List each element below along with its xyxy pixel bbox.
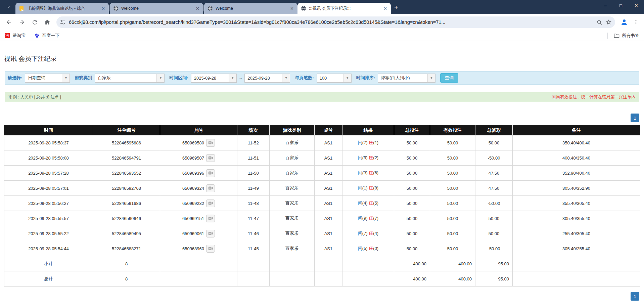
cell-total-bet[interactable]: 50.00 (394, 181, 430, 196)
close-window-button[interactable]: ✕ (629, 0, 644, 11)
cell-payout: 50.00 (475, 135, 513, 150)
cell-round-id: 650969324 (160, 181, 237, 196)
back-button[interactable] (3, 16, 15, 28)
cell-round-id: 650969151 (160, 211, 237, 226)
forward-button[interactable] (16, 16, 28, 28)
cell-valid-bet: 50.00 (430, 150, 475, 166)
cell-total-bet[interactable]: 50.00 (394, 135, 430, 150)
browser-tab-3[interactable]: Welcome ✕ (204, 3, 297, 14)
column-header: 场次 (237, 125, 270, 135)
search-button[interactable]: 查询 (440, 73, 458, 83)
pagination-page-1-top[interactable]: 1 (631, 114, 639, 122)
tab-search-button[interactable] (4, 2, 13, 12)
table-row: 2025-09-28 05:58:37522846595686650969580… (4, 135, 640, 150)
chevron-down-icon: ▼ (229, 74, 236, 82)
browser-tab-active[interactable]: :::视讯 会员下注纪录::: ✕ (297, 3, 391, 14)
cell-total-bet[interactable]: 50.00 (394, 226, 430, 241)
tab-close-icon[interactable]: ✕ (382, 6, 388, 11)
bet-records-table: 时间注单编号局号场次游戏类别桌号结果总投注有效投注总派彩备注 2025-09-2… (4, 125, 640, 287)
query-type-dropdown[interactable]: 日期查询 ▼ (25, 74, 70, 83)
video-replay-button[interactable] (206, 230, 215, 237)
video-replay-button[interactable] (206, 200, 215, 207)
pagination-page-1-bottom[interactable]: 1 (631, 292, 639, 301)
result-player: 闲 (358, 185, 362, 190)
per-page-dropdown[interactable]: 100 ▼ (317, 74, 352, 83)
browser-tab-1[interactable]: 【新提醒】海燕策略论坛 - 综合 ✕ (15, 3, 109, 14)
bookmark-aitaobao[interactable]: 淘 爱淘宝 (5, 33, 26, 39)
cell-valid-bet: 50.00 (430, 135, 475, 150)
table-row: 2025-09-28 05:55:22522846589495650969061… (4, 226, 640, 241)
game-type-dropdown[interactable]: 百家乐 ▼ (95, 74, 165, 83)
cell-total-bet[interactable]: 50.00 (394, 150, 430, 166)
bookmark-baidu[interactable]: 百度一下 (34, 33, 59, 39)
maximize-button[interactable]: □ (613, 0, 629, 11)
cell-remark: 400.40/350.40 (513, 150, 640, 166)
round-id-text: 650969232 (182, 201, 204, 206)
profile-avatar[interactable] (618, 16, 630, 28)
column-header: 注单编号 (93, 125, 160, 135)
tab-title: :::视讯 会员下注纪录::: (309, 6, 380, 11)
result-banker: 庄 (369, 246, 373, 251)
chevron-down-icon: ▼ (282, 74, 290, 82)
cell-time: 2025-09-28 05:54:44 (4, 241, 93, 256)
cell-round-id: 650968960 (160, 241, 237, 256)
browser-tab-2[interactable]: Welcome ✕ (110, 3, 203, 14)
cell-result: 闲(7) 庄(1) (342, 135, 394, 150)
minimize-button[interactable]: – (598, 0, 613, 11)
tab-title: Welcome (216, 6, 286, 11)
cell-valid-bet: 50.00 (430, 226, 475, 241)
tab-close-icon[interactable]: ✕ (100, 6, 106, 11)
video-replay-button[interactable] (206, 245, 215, 253)
video-replay-icon (208, 231, 213, 235)
cell-payout: -50.00 (475, 150, 513, 166)
home-button[interactable] (42, 16, 53, 28)
tab-close-icon[interactable]: ✕ (289, 6, 295, 11)
zoom-icon[interactable] (597, 19, 602, 25)
bookmarks-divider (607, 33, 608, 39)
footer-label: 总计 (4, 271, 93, 287)
per-page-label: 每页笔数: (295, 75, 314, 81)
video-replay-button[interactable] (206, 154, 215, 162)
date-from-dropdown[interactable]: 2025-09-28 ▼ (191, 74, 237, 83)
cell-total-bet[interactable]: 50.00 (394, 196, 430, 211)
video-replay-button[interactable] (206, 215, 215, 222)
new-tab-button[interactable]: + (394, 4, 398, 11)
tab-title: Welcome (121, 6, 192, 11)
forward-arrow-icon (18, 19, 25, 26)
cell-time: 2025-09-28 05:58:08 (4, 150, 93, 166)
browser-menu-button[interactable] (631, 17, 641, 27)
all-bookmarks-button[interactable]: 所有书签 (614, 33, 639, 39)
round-id-text: 650969396 (182, 171, 204, 176)
cell-remark: 255.40/305.40 (513, 226, 640, 241)
tab-close-icon[interactable]: ✕ (195, 6, 200, 11)
cell-payout: 47.50 (475, 181, 513, 196)
cell-table-no: AS1 (315, 150, 342, 166)
sort-dropdown[interactable]: 降幂(由大到小) ▼ (378, 74, 435, 83)
cell-total-bet[interactable]: 50.00 (394, 241, 430, 256)
reload-icon (32, 19, 38, 26)
video-replay-button[interactable] (206, 169, 215, 177)
cell-game-type: 百家乐 (270, 150, 315, 166)
person-icon (620, 18, 628, 26)
summary-note: 同局有效投注，统一计算在该局第一张注单内 (552, 94, 636, 100)
reload-button[interactable] (29, 16, 40, 28)
cell-total-bet[interactable]: 50.00 (394, 211, 430, 226)
globe-favicon (113, 6, 119, 11)
cell-valid-bet: 50.00 (430, 181, 475, 196)
video-replay-button[interactable] (206, 139, 215, 147)
result-banker: 庄 (369, 216, 373, 221)
round-id-text: 650969061 (182, 231, 204, 236)
bookmark-star-icon[interactable] (606, 19, 612, 25)
cell-total-bet[interactable]: 50.00 (394, 166, 430, 181)
baidu-paw-icon (34, 33, 40, 38)
column-header: 有效投注 (430, 125, 475, 135)
date-to-dropdown[interactable]: 2025-09-28 ▼ (244, 74, 290, 83)
cell-session: 11-51 (237, 150, 270, 166)
cell-bet-id: 522846590646 (93, 211, 160, 226)
address-bar[interactable]: 66cxkj98.com/ipl/portal.php/game/betreco… (56, 16, 615, 28)
column-header: 时间 (4, 125, 93, 135)
result-banker: 庄 (369, 201, 373, 206)
video-replay-button[interactable] (206, 184, 215, 192)
cell-game-type: 百家乐 (270, 241, 315, 256)
cell-result: 闲(9) 庄(7) (342, 211, 394, 226)
